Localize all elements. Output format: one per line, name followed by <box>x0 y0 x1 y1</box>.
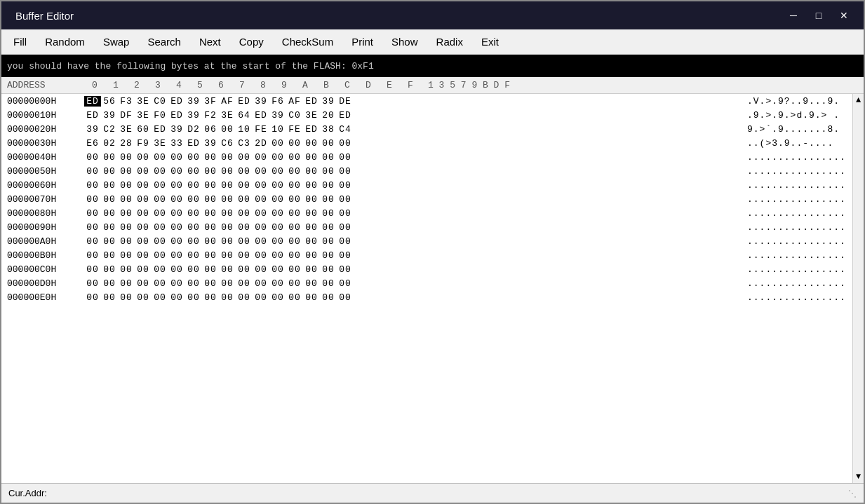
hex-byte[interactable]: 39 <box>253 96 269 107</box>
hex-byte[interactable]: 00 <box>286 236 303 247</box>
close-button[interactable]: ✕ <box>833 6 855 25</box>
table-row[interactable]: 00000040H 000000000000000000000000000000… <box>1 150 852 164</box>
hex-byte[interactable]: 00 <box>185 264 202 275</box>
hex-byte[interactable]: 00 <box>84 278 101 289</box>
hex-byte[interactable]: 00 <box>101 194 118 205</box>
hex-byte[interactable]: 00 <box>101 222 118 233</box>
hex-byte[interactable]: 00 <box>152 180 168 191</box>
hex-byte[interactable]: F6 <box>269 96 286 107</box>
hex-byte[interactable]: F2 <box>202 110 219 121</box>
hex-byte[interactable]: 00 <box>253 222 269 233</box>
hex-byte[interactable]: 00 <box>286 208 303 219</box>
hex-byte[interactable]: 06 <box>202 124 219 135</box>
hex-byte[interactable]: 00 <box>219 152 236 163</box>
hex-byte[interactable]: 00 <box>303 166 320 177</box>
hex-byte[interactable]: 00 <box>269 250 286 261</box>
hex-byte[interactable]: 00 <box>253 208 269 219</box>
table-row[interactable]: 00000020H 39C23E60ED39D2060010FE10FEED38… <box>1 122 852 136</box>
hex-byte[interactable]: 00 <box>168 264 185 275</box>
hex-byte[interactable]: 00 <box>101 292 118 303</box>
hex-byte[interactable]: ED <box>168 96 185 107</box>
hex-byte[interactable]: 00 <box>337 166 354 177</box>
hex-byte[interactable]: 00 <box>337 222 354 233</box>
hex-byte[interactable]: 00 <box>202 208 219 219</box>
hex-byte[interactable]: 00 <box>320 278 337 289</box>
hex-byte[interactable]: 00 <box>152 208 168 219</box>
table-row[interactable]: 000000A0H 000000000000000000000000000000… <box>1 234 852 248</box>
hex-byte[interactable]: 00 <box>236 180 253 191</box>
hex-byte[interactable]: 00 <box>135 278 152 289</box>
hex-byte[interactable]: 00 <box>303 278 320 289</box>
hex-byte[interactable]: 00 <box>118 250 135 261</box>
hex-byte[interactable]: 3E <box>303 110 320 121</box>
hex-byte[interactable]: DE <box>337 96 354 107</box>
table-row[interactable]: 000000D0H 000000000000000000000000000000… <box>1 276 852 290</box>
hex-byte[interactable]: 00 <box>168 236 185 247</box>
hex-byte[interactable]: 00 <box>286 166 303 177</box>
hex-byte[interactable]: 00 <box>337 264 354 275</box>
hex-byte[interactable]: 10 <box>236 124 253 135</box>
hex-byte[interactable]: 00 <box>236 278 253 289</box>
hex-byte[interactable]: 00 <box>269 180 286 191</box>
table-row[interactable]: 000000E0H 000000000000000000000000000000… <box>1 290 852 304</box>
hex-byte[interactable]: 00 <box>337 152 354 163</box>
hex-byte[interactable]: 00 <box>118 222 135 233</box>
hex-byte[interactable]: 00 <box>152 278 168 289</box>
hex-byte[interactable]: 00 <box>118 166 135 177</box>
hex-byte[interactable]: 00 <box>152 250 168 261</box>
hex-byte[interactable]: 00 <box>152 236 168 247</box>
hex-byte[interactable]: 00 <box>118 278 135 289</box>
hex-byte[interactable]: 39 <box>320 96 337 107</box>
menu-item-show[interactable]: Show <box>382 32 427 51</box>
minimize-button[interactable]: ─ <box>782 6 805 25</box>
hex-byte[interactable]: 00 <box>84 208 101 219</box>
hex-byte-selected[interactable]: ED <box>84 96 101 107</box>
hex-byte[interactable]: 00 <box>303 208 320 219</box>
hex-byte[interactable]: 00 <box>202 264 219 275</box>
hex-byte[interactable]: C0 <box>152 96 168 107</box>
hex-byte[interactable]: 39 <box>84 124 101 135</box>
hex-byte[interactable]: C2 <box>101 124 118 135</box>
hex-byte[interactable]: 00 <box>152 194 168 205</box>
hex-byte[interactable]: 00 <box>269 222 286 233</box>
hex-byte[interactable]: 00 <box>135 292 152 303</box>
table-row[interactable]: 00000070H 000000000000000000000000000000… <box>1 192 852 206</box>
hex-byte[interactable]: F0 <box>152 110 168 121</box>
hex-byte[interactable]: 64 <box>236 110 253 121</box>
hex-byte[interactable]: 00 <box>84 152 101 163</box>
hex-byte[interactable]: 39 <box>168 124 185 135</box>
hex-byte[interactable]: 00 <box>118 208 135 219</box>
hex-byte[interactable]: 00 <box>337 278 354 289</box>
hex-byte[interactable]: 00 <box>337 138 354 149</box>
table-row[interactable]: 00000050H 000000000000000000000000000000… <box>1 164 852 178</box>
hex-byte[interactable]: F9 <box>135 138 152 149</box>
hex-byte[interactable]: 00 <box>269 236 286 247</box>
hex-byte[interactable]: 00 <box>253 292 269 303</box>
hex-byte[interactable]: 00 <box>101 236 118 247</box>
menu-item-exit[interactable]: Exit <box>472 32 508 51</box>
hex-byte[interactable]: 00 <box>152 222 168 233</box>
hex-byte[interactable]: 00 <box>236 222 253 233</box>
hex-byte[interactable]: 00 <box>185 292 202 303</box>
menu-item-next[interactable]: Next <box>190 32 230 51</box>
hex-byte[interactable]: 00 <box>168 292 185 303</box>
hex-byte[interactable]: 00 <box>185 152 202 163</box>
hex-byte[interactable]: 00 <box>168 152 185 163</box>
hex-byte[interactable]: 3E <box>135 110 152 121</box>
hex-byte[interactable]: 00 <box>135 222 152 233</box>
hex-byte[interactable]: 00 <box>135 152 152 163</box>
hex-byte[interactable]: 00 <box>168 278 185 289</box>
hex-byte[interactable]: 00 <box>135 180 152 191</box>
hex-byte[interactable]: 00 <box>101 180 118 191</box>
hex-byte[interactable]: 00 <box>202 152 219 163</box>
hex-byte[interactable]: 00 <box>236 236 253 247</box>
hex-byte[interactable]: 10 <box>269 124 286 135</box>
hex-byte[interactable]: 00 <box>286 138 303 149</box>
hex-byte[interactable]: 00 <box>84 166 101 177</box>
hex-byte[interactable]: 00 <box>337 236 354 247</box>
table-row[interactable]: 00000090H 000000000000000000000000000000… <box>1 220 852 234</box>
table-row[interactable]: 00000060H 000000000000000000000000000000… <box>1 178 852 192</box>
hex-byte[interactable]: AF <box>286 96 303 107</box>
hex-byte[interactable]: 00 <box>337 292 354 303</box>
hex-byte[interactable]: 00 <box>219 180 236 191</box>
